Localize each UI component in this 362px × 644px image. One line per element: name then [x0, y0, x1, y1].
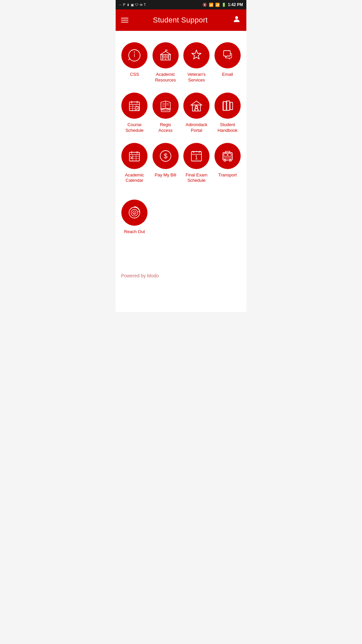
- menu-button[interactable]: [121, 18, 128, 22]
- student-handbook-icon: [215, 93, 241, 119]
- css-icon: i: [121, 42, 147, 68]
- svg-text:$: $: [164, 152, 167, 160]
- reach-out-label: Reach Out: [124, 229, 145, 235]
- academic-resources-icon: [153, 42, 179, 68]
- css-button[interactable]: i CSS: [119, 38, 150, 88]
- final-exam-schedule-button[interactable]: 1 Final ExamSchedule: [181, 138, 212, 189]
- transport-label: Transport: [218, 172, 237, 178]
- pay-my-bill-label: Pay My Bill: [155, 172, 176, 178]
- academic-calendar-label: AcademicCalendar: [125, 172, 144, 184]
- profile-button[interactable]: [232, 15, 241, 25]
- student-handbook-button[interactable]: StudentHandbook: [212, 88, 243, 138]
- pay-my-bill-icon: $: [153, 143, 179, 169]
- signal-icon: 📶: [215, 3, 220, 7]
- regis-access-icon: [153, 93, 179, 119]
- svg-point-20: [135, 107, 139, 111]
- svg-point-35: [195, 106, 197, 108]
- course-schedule-button[interactable]: CourseSchedule: [119, 88, 150, 138]
- footer: Powered by Modo: [116, 263, 246, 285]
- email-button[interactable]: Email: [212, 38, 243, 88]
- svg-point-3: [134, 52, 135, 53]
- veterans-services-icon: [183, 42, 209, 68]
- course-schedule-label: CourseSchedule: [125, 122, 143, 133]
- svg-text:i: i: [134, 52, 135, 58]
- svg-rect-40: [230, 102, 233, 110]
- transport-button[interactable]: Transport: [212, 138, 243, 189]
- veterans-services-label: Veteran'sServices: [187, 72, 205, 83]
- academic-resources-button[interactable]: AcademicResources: [150, 38, 181, 88]
- adirondack-portal-button[interactable]: AdirondackPortal: [181, 88, 212, 138]
- email-label: Email: [222, 72, 233, 77]
- powered-by-text: Powered by Modo: [121, 273, 159, 278]
- final-exam-schedule-icon: 1: [183, 143, 209, 169]
- time-display: 1:42 PM: [228, 2, 243, 7]
- reach-out-icon: e: [121, 200, 147, 226]
- app-grid: i CSS: [116, 31, 246, 195]
- svg-rect-63: [224, 154, 227, 156]
- app-header: Student Support: [116, 9, 246, 31]
- mute-icon: 🔇: [202, 3, 207, 7]
- academic-calendar-button[interactable]: AcademicCalendar: [119, 138, 150, 189]
- svg-point-66: [224, 159, 226, 161]
- svg-point-0: [235, 16, 238, 19]
- status-bar: ··· P ⬇ ▣ 🛡 ✉ T 🔇 📶 📶 🔋 1:42 PM: [116, 0, 246, 9]
- svg-marker-11: [192, 50, 201, 59]
- final-exam-schedule-label: Final ExamSchedule: [186, 172, 207, 184]
- wifi-icon: 📶: [209, 3, 214, 7]
- svg-rect-64: [228, 154, 231, 156]
- svg-text:e: e: [133, 211, 135, 215]
- svg-point-67: [229, 159, 231, 161]
- svg-text:1: 1: [195, 155, 198, 160]
- css-label: CSS: [130, 72, 139, 77]
- email-icon: [215, 42, 241, 68]
- page-title: Student Support: [153, 16, 208, 24]
- academic-resources-label: AcademicResources: [155, 72, 176, 83]
- reach-out-button[interactable]: e Reach Out: [119, 195, 150, 239]
- regis-access-button[interactable]: RegisAccess: [150, 88, 181, 138]
- regis-access-label: RegisAccess: [159, 122, 173, 133]
- bottom-grid: e Reach Out: [116, 195, 246, 243]
- transport-icon: [215, 143, 241, 169]
- veterans-services-button[interactable]: Veteran'sServices: [181, 38, 212, 88]
- academic-calendar-icon: [121, 143, 147, 169]
- student-handbook-label: StudentHandbook: [218, 122, 237, 133]
- status-left-icons: ··· P ⬇ ▣ 🛡 ✉ T: [119, 3, 146, 7]
- battery-icon: 🔋: [222, 3, 226, 7]
- status-right-icons: 🔇 📶 📶 🔋 1:42 PM: [202, 2, 243, 7]
- adirondack-portal-icon: [183, 93, 209, 119]
- course-schedule-icon: [121, 93, 147, 119]
- adirondack-portal-label: AdirondackPortal: [186, 122, 207, 133]
- pay-my-bill-button[interactable]: $ Pay My Bill: [150, 138, 181, 189]
